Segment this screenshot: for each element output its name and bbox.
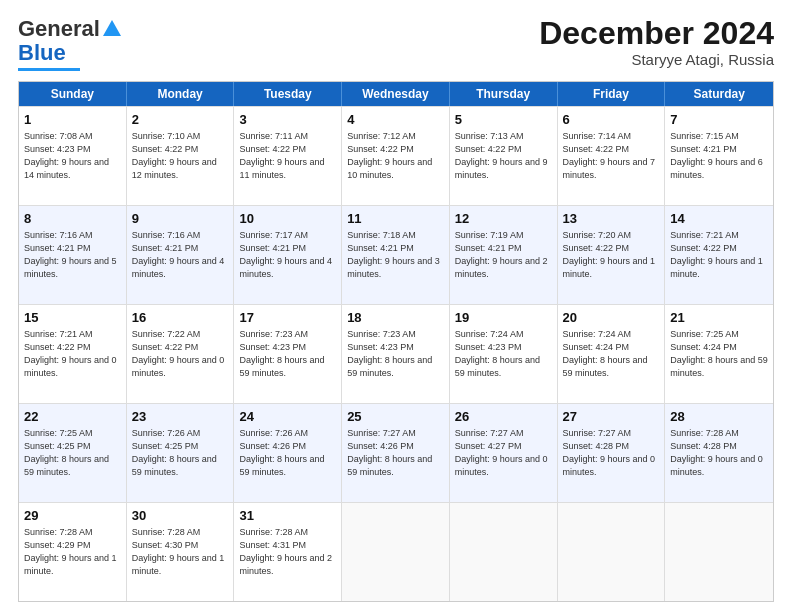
day-num: 24 — [239, 408, 336, 426]
cell-8: 8 Sunrise: 7:16 AMSunset: 4:21 PMDayligh… — [19, 206, 127, 304]
cell-empty-3 — [558, 503, 666, 601]
cell-info: Sunrise: 7:08 AMSunset: 4:23 PMDaylight:… — [24, 130, 121, 182]
cell-3: 3 Sunrise: 7:11 AMSunset: 4:22 PMDayligh… — [234, 107, 342, 205]
day-num: 2 — [132, 111, 229, 129]
cell-info: Sunrise: 7:24 AMSunset: 4:24 PMDaylight:… — [563, 328, 660, 380]
cell-info: Sunrise: 7:21 AMSunset: 4:22 PMDaylight:… — [24, 328, 121, 380]
cell-29: 29 Sunrise: 7:28 AMSunset: 4:29 PMDaylig… — [19, 503, 127, 601]
cell-11: 11 Sunrise: 7:18 AMSunset: 4:21 PMDaylig… — [342, 206, 450, 304]
day-num: 11 — [347, 210, 444, 228]
logo-block: General Blue — [18, 16, 124, 71]
day-num: 20 — [563, 309, 660, 327]
header: General Blue December 2024 Staryye Atagi… — [18, 16, 774, 71]
day-num: 14 — [670, 210, 768, 228]
cell-info: Sunrise: 7:13 AMSunset: 4:22 PMDaylight:… — [455, 130, 552, 182]
cell-info: Sunrise: 7:10 AMSunset: 4:22 PMDaylight:… — [132, 130, 229, 182]
day-num: 7 — [670, 111, 768, 129]
logo-underline — [18, 68, 80, 71]
cell-30: 30 Sunrise: 7:28 AMSunset: 4:30 PMDaylig… — [127, 503, 235, 601]
col-monday: Monday — [127, 82, 235, 106]
cell-info: Sunrise: 7:25 AMSunset: 4:24 PMDaylight:… — [670, 328, 768, 380]
cell-15: 15 Sunrise: 7:21 AMSunset: 4:22 PMDaylig… — [19, 305, 127, 403]
cell-info: Sunrise: 7:28 AMSunset: 4:28 PMDaylight:… — [670, 427, 768, 479]
cell-4: 4 Sunrise: 7:12 AMSunset: 4:22 PMDayligh… — [342, 107, 450, 205]
cell-2: 2 Sunrise: 7:10 AMSunset: 4:22 PMDayligh… — [127, 107, 235, 205]
col-thursday: Thursday — [450, 82, 558, 106]
day-num: 4 — [347, 111, 444, 129]
day-num: 30 — [132, 507, 229, 525]
cell-info: Sunrise: 7:17 AMSunset: 4:21 PMDaylight:… — [239, 229, 336, 281]
cell-27: 27 Sunrise: 7:27 AMSunset: 4:28 PMDaylig… — [558, 404, 666, 502]
cell-info: Sunrise: 7:12 AMSunset: 4:22 PMDaylight:… — [347, 130, 444, 182]
cell-info: Sunrise: 7:18 AMSunset: 4:21 PMDaylight:… — [347, 229, 444, 281]
calendar: Sunday Monday Tuesday Wednesday Thursday… — [18, 81, 774, 602]
day-num: 15 — [24, 309, 121, 327]
week-1: 1 Sunrise: 7:08 AMSunset: 4:23 PMDayligh… — [19, 106, 773, 205]
day-num: 26 — [455, 408, 552, 426]
cell-info: Sunrise: 7:26 AMSunset: 4:26 PMDaylight:… — [239, 427, 336, 479]
cell-9: 9 Sunrise: 7:16 AMSunset: 4:21 PMDayligh… — [127, 206, 235, 304]
cell-empty-2 — [450, 503, 558, 601]
day-num: 3 — [239, 111, 336, 129]
week-5: 29 Sunrise: 7:28 AMSunset: 4:29 PMDaylig… — [19, 502, 773, 601]
page: General Blue December 2024 Staryye Atagi… — [0, 0, 792, 612]
day-num: 23 — [132, 408, 229, 426]
day-num: 16 — [132, 309, 229, 327]
day-num: 22 — [24, 408, 121, 426]
cell-info: Sunrise: 7:28 AMSunset: 4:30 PMDaylight:… — [132, 526, 229, 578]
cell-18: 18 Sunrise: 7:23 AMSunset: 4:23 PMDaylig… — [342, 305, 450, 403]
cell-17: 17 Sunrise: 7:23 AMSunset: 4:23 PMDaylig… — [234, 305, 342, 403]
cell-info: Sunrise: 7:19 AMSunset: 4:21 PMDaylight:… — [455, 229, 552, 281]
cell-info: Sunrise: 7:24 AMSunset: 4:23 PMDaylight:… — [455, 328, 552, 380]
cell-28: 28 Sunrise: 7:28 AMSunset: 4:28 PMDaylig… — [665, 404, 773, 502]
logo-blue: Blue — [18, 40, 66, 66]
cell-24: 24 Sunrise: 7:26 AMSunset: 4:26 PMDaylig… — [234, 404, 342, 502]
day-num: 6 — [563, 111, 660, 129]
svg-marker-0 — [103, 20, 121, 36]
day-num: 31 — [239, 507, 336, 525]
cell-info: Sunrise: 7:27 AMSunset: 4:28 PMDaylight:… — [563, 427, 660, 479]
cell-info: Sunrise: 7:27 AMSunset: 4:26 PMDaylight:… — [347, 427, 444, 479]
cell-5: 5 Sunrise: 7:13 AMSunset: 4:22 PMDayligh… — [450, 107, 558, 205]
cell-info: Sunrise: 7:27 AMSunset: 4:27 PMDaylight:… — [455, 427, 552, 479]
col-saturday: Saturday — [665, 82, 773, 106]
day-num: 9 — [132, 210, 229, 228]
cell-info: Sunrise: 7:14 AMSunset: 4:22 PMDaylight:… — [563, 130, 660, 182]
cell-23: 23 Sunrise: 7:26 AMSunset: 4:25 PMDaylig… — [127, 404, 235, 502]
col-tuesday: Tuesday — [234, 82, 342, 106]
cell-info: Sunrise: 7:22 AMSunset: 4:22 PMDaylight:… — [132, 328, 229, 380]
page-subtitle: Staryye Atagi, Russia — [539, 51, 774, 68]
cell-info: Sunrise: 7:23 AMSunset: 4:23 PMDaylight:… — [239, 328, 336, 380]
day-num: 12 — [455, 210, 552, 228]
cell-info: Sunrise: 7:16 AMSunset: 4:21 PMDaylight:… — [132, 229, 229, 281]
day-num: 29 — [24, 507, 121, 525]
cell-empty-1 — [342, 503, 450, 601]
cell-25: 25 Sunrise: 7:27 AMSunset: 4:26 PMDaylig… — [342, 404, 450, 502]
cell-info: Sunrise: 7:16 AMSunset: 4:21 PMDaylight:… — [24, 229, 121, 281]
cell-info: Sunrise: 7:25 AMSunset: 4:25 PMDaylight:… — [24, 427, 121, 479]
cell-empty-4 — [665, 503, 773, 601]
col-sunday: Sunday — [19, 82, 127, 106]
calendar-body: 1 Sunrise: 7:08 AMSunset: 4:23 PMDayligh… — [19, 106, 773, 601]
cell-7: 7 Sunrise: 7:15 AMSunset: 4:21 PMDayligh… — [665, 107, 773, 205]
day-num: 21 — [670, 309, 768, 327]
day-num: 8 — [24, 210, 121, 228]
col-wednesday: Wednesday — [342, 82, 450, 106]
cell-21: 21 Sunrise: 7:25 AMSunset: 4:24 PMDaylig… — [665, 305, 773, 403]
cell-info: Sunrise: 7:28 AMSunset: 4:29 PMDaylight:… — [24, 526, 121, 578]
page-title: December 2024 — [539, 16, 774, 51]
day-num: 18 — [347, 309, 444, 327]
day-num: 1 — [24, 111, 121, 129]
cell-16: 16 Sunrise: 7:22 AMSunset: 4:22 PMDaylig… — [127, 305, 235, 403]
day-num: 5 — [455, 111, 552, 129]
cell-20: 20 Sunrise: 7:24 AMSunset: 4:24 PMDaylig… — [558, 305, 666, 403]
calendar-header: Sunday Monday Tuesday Wednesday Thursday… — [19, 82, 773, 106]
logo-general: General — [18, 16, 100, 42]
cell-info: Sunrise: 7:21 AMSunset: 4:22 PMDaylight:… — [670, 229, 768, 281]
cell-14: 14 Sunrise: 7:21 AMSunset: 4:22 PMDaylig… — [665, 206, 773, 304]
cell-info: Sunrise: 7:15 AMSunset: 4:21 PMDaylight:… — [670, 130, 768, 182]
cell-31: 31 Sunrise: 7:28 AMSunset: 4:31 PMDaylig… — [234, 503, 342, 601]
col-friday: Friday — [558, 82, 666, 106]
cell-22: 22 Sunrise: 7:25 AMSunset: 4:25 PMDaylig… — [19, 404, 127, 502]
cell-26: 26 Sunrise: 7:27 AMSunset: 4:27 PMDaylig… — [450, 404, 558, 502]
